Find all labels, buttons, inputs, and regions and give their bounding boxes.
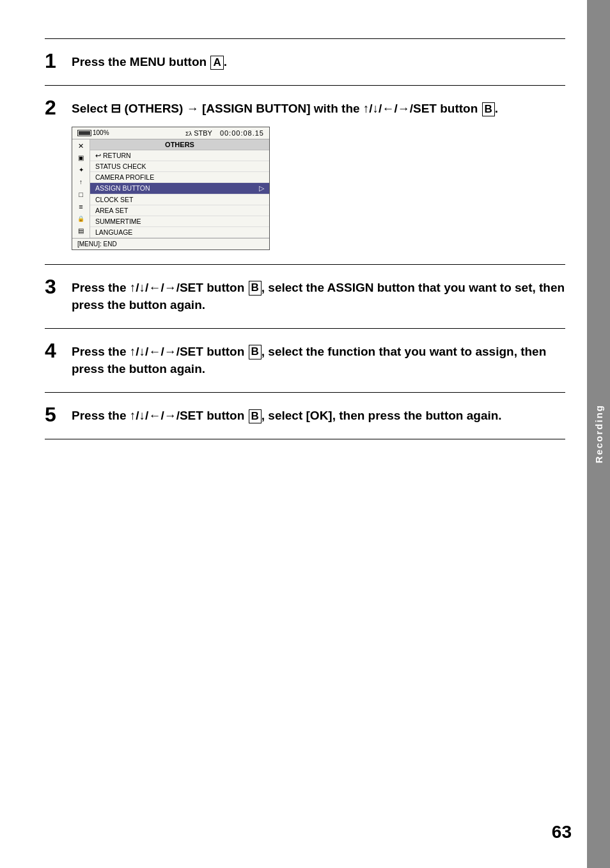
step-3-text: Press the ↑/↓/←/→/SET button B, select t… xyxy=(72,281,565,312)
step-1-button-A: A xyxy=(210,56,223,70)
screen-mode-time: Σλ STBY 00:00:08.15 xyxy=(185,129,264,137)
icon-film xyxy=(75,154,87,162)
step-4-content: Press the ↑/↓/←/→/SET button B, select t… xyxy=(72,343,565,378)
icon-card xyxy=(75,226,87,235)
step-2-block: 2 Select ⊟ (OTHERS) → [ASSIGN BUTTON] wi… xyxy=(45,85,565,264)
step-2-content: Select ⊟ (OTHERS) → [ASSIGN BUTTON] with… xyxy=(72,100,565,250)
step-1-text-after: . xyxy=(224,55,227,68)
step-5-block: 5 Press the ↑/↓/←/→/SET button B, select… xyxy=(45,392,565,439)
step-4-row: 4 Press the ↑/↓/←/→/SET button B, select… xyxy=(45,343,565,378)
step-4-block: 4 Press the ↑/↓/←/→/SET button B, select… xyxy=(45,328,565,392)
step-4-button-B: B xyxy=(249,345,262,359)
screen-menu-item-4: CLOCK SET xyxy=(90,194,269,205)
step-1-text-before: Press the MENU button xyxy=(72,55,210,68)
screen-menu-header: OTHERS xyxy=(90,139,269,150)
step-1-row: 1 Press the MENU button A. xyxy=(45,53,565,71)
battery-percent: 100% xyxy=(93,129,109,136)
screen-menu-item-1: STATUS CHECK xyxy=(90,161,269,172)
page-number: 63 xyxy=(552,822,572,842)
step-5-row: 5 Press the ↑/↓/←/→/SET button B, select… xyxy=(45,407,565,425)
icon-square xyxy=(75,190,87,199)
step-2-row: 2 Select ⊟ (OTHERS) → [ASSIGN BUTTON] wi… xyxy=(45,100,565,250)
screen-menu-item-5: AREA SET xyxy=(90,205,269,216)
battery-box: 100% xyxy=(77,129,109,136)
screen-footer: [MENU]: END xyxy=(72,238,269,249)
screen-menu-item-7: LANGUAGE xyxy=(90,227,269,238)
step-5-number: 5 xyxy=(45,404,72,425)
step-4-number: 4 xyxy=(45,340,72,361)
arrow-right-icon: ▷ xyxy=(259,184,264,193)
step-2-text: Select ⊟ (OTHERS) → [ASSIGN BUTTON] with… xyxy=(72,102,498,115)
screen-simulation: 100% Σλ STBY 00:00:08.15 xyxy=(72,127,270,250)
screen-body: OTHERS ↩ RETURN STATUS CHECK CAMERA PROF… xyxy=(72,139,269,238)
icon-x xyxy=(75,141,87,150)
step-1-number: 1 xyxy=(45,51,72,71)
step-3-button-B: B xyxy=(249,281,262,295)
step-5-content: Press the ↑/↓/←/→/SET button B, select [… xyxy=(72,407,565,425)
sidebar: Recording xyxy=(587,0,610,868)
step-4-text: Press the ↑/↓/←/→/SET button B, select t… xyxy=(72,345,546,376)
screen-time: 00:00:08.15 xyxy=(220,129,264,137)
screen-topbar: 100% Σλ STBY 00:00:08.15 xyxy=(72,127,269,139)
screen-icons-col xyxy=(72,139,90,238)
icon-lines xyxy=(75,202,87,211)
icon-settings xyxy=(75,166,87,175)
page-container: 1 Press the MENU button A. 2 Select ⊟ (O… xyxy=(0,0,610,868)
step-3-block: 3 Press the ↑/↓/←/→/SET button B, select… xyxy=(45,264,565,328)
screen-menu-item-6: SUMMERTIME xyxy=(90,216,269,227)
screen-stby: Σλ STBY xyxy=(185,129,212,137)
screen-topbar-left: 100% xyxy=(77,129,109,136)
sidebar-label: Recording xyxy=(593,404,604,463)
icon-lock xyxy=(75,214,87,223)
screen-menu-col: OTHERS ↩ RETURN STATUS CHECK CAMERA PROF… xyxy=(90,139,269,238)
step-1-content: Press the MENU button A. xyxy=(72,53,565,71)
step-2-number: 2 xyxy=(45,97,72,118)
step-3-number: 3 xyxy=(45,276,72,297)
icon-arrow xyxy=(75,178,87,187)
step-3-row: 3 Press the ↑/↓/←/→/SET button B, select… xyxy=(45,279,565,314)
step-3-content: Press the ↑/↓/←/→/SET button B, select t… xyxy=(72,279,565,314)
step-5-text: Press the ↑/↓/←/→/SET button B, select [… xyxy=(72,409,502,422)
screen-menu-item-0: ↩ RETURN xyxy=(90,150,269,161)
step-1-block: 1 Press the MENU button A. xyxy=(45,38,565,85)
screen-menu-item-2: CAMERA PROFILE xyxy=(90,172,269,183)
step-2-button-B: B xyxy=(482,102,495,116)
screen-menu-item-3-highlighted: ASSIGN BUTTON ▷ xyxy=(90,183,269,194)
step-1-text: Press the MENU button A. xyxy=(72,55,227,68)
step-5-button-B: B xyxy=(249,409,262,423)
